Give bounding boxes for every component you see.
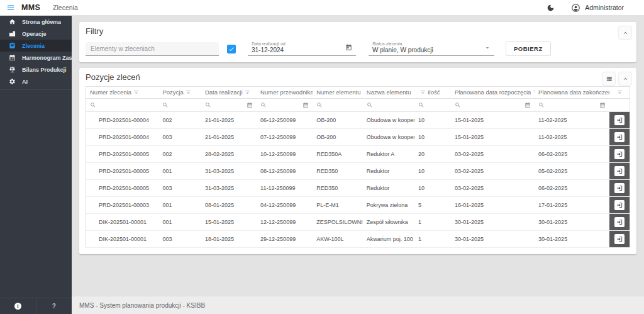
filter-cell[interactable] [363,99,414,112]
calendar-icon[interactable] [345,44,352,51]
sidebar-item-ai[interactable]: AI [0,76,72,87]
column-header[interactable]: Data realizacji [201,87,257,99]
chevron-down-icon [484,45,491,51]
filter-cell[interactable] [609,99,630,112]
table-row: PRD-202501-0000400321-01-202507-12-25009… [86,129,630,146]
hamburger-menu-icon[interactable] [6,3,15,12]
sidebar-item-label: Operacje [22,31,47,37]
filter-cell[interactable] [535,99,609,112]
filter-icon[interactable] [617,89,623,96]
search-icon[interactable] [90,102,96,108]
table-cell: 08-01-2025 [201,197,257,214]
calendar-icon[interactable] [599,102,606,108]
filter-cell[interactable] [451,99,535,112]
table-cell: PRD-202501-00005 [86,163,159,180]
table-cell: Akwarium poj. 100 L [363,231,414,248]
table-cell: 30-01-2025 [535,231,609,248]
filter-cell[interactable] [201,99,257,112]
row-login-button[interactable] [614,149,625,159]
column-header[interactable]: Nazwa elementu [363,87,414,99]
column-header[interactable]: Numer przewodnika [257,87,313,99]
search-icon[interactable] [367,102,373,108]
table-cell: OB-200 [313,129,363,146]
date-from-field[interactable]: Data realizacji od 31-12-2024 [248,40,356,56]
column-header[interactable]: Numer elementu [313,87,363,99]
login-icon [616,168,623,174]
filter-icon[interactable] [413,89,414,96]
filters-collapse-button[interactable] [619,26,631,39]
filter-icon[interactable] [133,89,139,96]
row-login-button[interactable] [614,234,625,244]
calendar-icon[interactable] [525,102,531,108]
column-chooser-button[interactable] [602,72,615,85]
table-cell: 002 [158,146,201,163]
status-select[interactable]: Status zlecenia W planie, W produkcji [369,40,494,56]
table-row: DIK-202501-0000100115-01-202512-12-25009… [86,214,630,231]
table-row: PRD-202501-0000500228-02-202510-12-25009… [86,146,630,163]
download-button[interactable]: POBIERZ [506,42,551,56]
filter-cell[interactable] [257,99,313,112]
table-cell: 10-12-250099 [257,146,313,163]
dark-mode-toggle[interactable] [547,4,555,12]
sidebar-item-strona-g-wna[interactable]: Strona główna [0,16,72,28]
row-login-button[interactable] [614,115,625,125]
elements-search-input[interactable] [86,42,219,56]
table-cell: 16-01-2025 [451,197,535,214]
column-header[interactable]: Ilość [414,87,451,99]
filter-icon[interactable] [420,89,426,96]
column-header-actions[interactable] [609,87,630,99]
column-header[interactable]: Planowana data rozpoczęcia [451,87,535,99]
table-cell: PRD-202501-00005 [86,180,159,197]
filter-cell[interactable] [313,99,363,112]
row-login-button[interactable] [614,200,625,210]
sidebar-item-harmonogram-zasob-w[interactable]: Harmonogram Zasobów [0,52,72,64]
orders-collapse-button[interactable] [619,72,631,85]
filter-icon[interactable] [186,89,191,96]
filter-cell[interactable] [86,99,159,112]
search-icon[interactable] [260,102,267,108]
elements-filter-checkbox[interactable] [227,45,236,53]
search-icon[interactable] [316,102,323,108]
sidebar-item-operacje[interactable]: Operacje [0,28,72,40]
table-cell: 002 [158,112,201,129]
filter-icon[interactable] [533,89,535,96]
row-action-cell [609,197,630,214]
filter-icon[interactable] [245,89,250,96]
filter-cell[interactable] [158,99,201,112]
sidebar-item-zlecenia[interactable]: Zlecenia [0,40,72,52]
row-login-button[interactable] [614,166,625,176]
help-icon: ? [52,303,56,310]
top-bar: MMS Zlecenia Administrator [0,0,644,16]
row-login-button[interactable] [614,183,625,193]
status-value: W planie, W produkcji [372,47,480,54]
user-name: Administrator [585,4,624,11]
column-header[interactable]: Numer zlecenia [86,87,159,99]
search-icon[interactable] [205,102,211,108]
login-icon [616,185,623,191]
row-login-button[interactable] [614,132,625,142]
row-action-cell [609,214,630,231]
tab-zlecenia[interactable]: Zlecenia [53,4,78,11]
search-icon[interactable] [162,102,169,108]
sidebar-item-bilans-produkcji[interactable]: Bilans Produkcji [0,64,72,76]
main-content: Filtry Data realizacji od 31-12-2024 Sta… [72,16,644,296]
table-cell: 15-01-2025 [451,129,535,146]
column-header[interactable]: Pozycja [158,87,201,99]
search-icon[interactable] [455,102,461,108]
calendar-icon[interactable] [247,102,253,108]
row-login-button[interactable] [614,217,625,227]
login-icon [616,219,623,225]
search-icon[interactable] [538,102,545,108]
info-button[interactable]: i [0,298,36,314]
search-icon[interactable] [418,102,425,108]
help-button[interactable]: ? [36,298,72,314]
row-action-cell [609,112,630,129]
chevron-up-icon [622,76,629,82]
user-menu[interactable]: Administrator [571,3,624,13]
table-row: PRD-202501-0000300108-01-202504-12-25009… [86,197,630,214]
column-header[interactable]: Planowana data zakończenia [535,87,609,99]
checkmark-icon [228,46,235,52]
table-row: PRD-202501-0000500131-03-202508-12-25009… [86,163,630,180]
calendar-icon[interactable] [303,102,309,108]
filter-cell[interactable] [414,99,451,112]
